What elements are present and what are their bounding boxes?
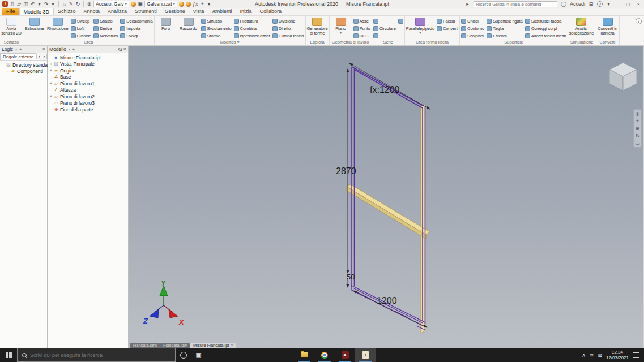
ribbon-collapse-icon[interactable]: ∨ bbox=[636, 18, 642, 24]
minimize-button[interactable]: — bbox=[615, 2, 621, 7]
ribbon-tab-gestione[interactable]: Gestione bbox=[161, 8, 189, 15]
serie-circolare-button[interactable]: Circolare bbox=[373, 25, 396, 32]
tree-item-altezza[interactable]: ∠Altezza bbox=[49, 87, 128, 94]
decalcomania-button[interactable]: Decalcomania bbox=[120, 18, 153, 24]
serie-simmetria-button[interactable] bbox=[398, 18, 404, 24]
svolgi-button[interactable]: Svolgi bbox=[120, 32, 153, 39]
start-button[interactable] bbox=[0, 348, 17, 362]
sostituisci-faccia-button[interactable]: Sostituisci faccia bbox=[524, 18, 567, 24]
expand-icon[interactable]: › bbox=[6, 70, 10, 74]
dim-offset[interactable]: 50 bbox=[347, 273, 355, 281]
ribbon-tab-file[interactable]: File bbox=[2, 8, 19, 15]
appearance-image-icon[interactable]: ▣ bbox=[138, 1, 143, 7]
ribbon-tab-vista[interactable]: Vista bbox=[189, 8, 208, 15]
ribbon-tab-analizza[interactable]: Analizza bbox=[104, 8, 131, 15]
appearance-ball-icon[interactable] bbox=[186, 2, 191, 7]
open-icon[interactable]: ▱ bbox=[16, 1, 22, 7]
scolpisci-button[interactable]: Scolpisci bbox=[460, 32, 485, 39]
doc-tab-fiancata-idw[interactable]: Fiancata.idw bbox=[160, 343, 190, 348]
wheel-icon[interactable]: ◎ bbox=[636, 111, 640, 117]
plus-icon[interactable]: + bbox=[200, 1, 205, 7]
doc-tab-misure-fiancata-ipt[interactable]: Misure Fiancata.ipt× bbox=[190, 343, 236, 348]
diretto-button[interactable]: Diretto bbox=[272, 25, 305, 32]
home-icon[interactable]: ⌂ bbox=[62, 1, 67, 7]
tree-item-componenti[interactable]: ›▰Componenti bbox=[1, 68, 47, 75]
taskbar-search[interactable] bbox=[17, 348, 176, 362]
new-document-icon[interactable]: ▯ bbox=[10, 1, 15, 7]
svuotamento-button[interactable]: Svuotamento bbox=[201, 25, 232, 32]
chevron-down-icon[interactable]: ▾ bbox=[207, 1, 212, 7]
tree-item-base[interactable]: ∠Base bbox=[49, 74, 128, 81]
ilogic-close-icon[interactable]: × bbox=[15, 47, 18, 52]
ribbon-tab-ambienti[interactable]: Ambienti bbox=[208, 8, 236, 15]
material-select[interactable]: Acciaio, Galv▾ bbox=[93, 1, 129, 7]
tree-item-directory-standard[interactable]: ▤Directory standard bbox=[1, 62, 47, 68]
look-icon[interactable]: ▭ bbox=[635, 140, 640, 146]
update-icon[interactable]: ↻ bbox=[75, 1, 80, 7]
tree-item-piano-di-lavoro2[interactable]: +▱Piano di lavoro2 bbox=[49, 93, 128, 100]
generatore-di-forme-button[interactable]: Generatoredi forme bbox=[306, 16, 329, 39]
estrusione-button[interactable]: Estrusione bbox=[24, 16, 45, 39]
importa-button[interactable]: Importa bbox=[120, 25, 153, 32]
save-icon[interactable]: ◫ bbox=[23, 1, 28, 7]
elimina-faccia-button[interactable]: Elimina faccia bbox=[272, 32, 305, 39]
ispessisci-offset-button[interactable]: Ispessisci/ offset bbox=[233, 32, 271, 39]
serie-rettangolare-button[interactable] bbox=[373, 18, 396, 24]
taskbar-app-inventor[interactable]: I bbox=[355, 348, 376, 362]
zoom-icon[interactable]: ⊕ bbox=[636, 126, 640, 131]
model-canvas[interactable]: fx:1200 2870 50 1200 Y Z X bbox=[129, 46, 643, 348]
expand-help-icon[interactable]: ▸ bbox=[465, 1, 470, 7]
foro-button[interactable]: Foro bbox=[155, 16, 177, 39]
expand-icon[interactable]: + bbox=[49, 62, 53, 66]
task-view-button[interactable]: ▣ bbox=[191, 348, 206, 362]
chevron-down-icon[interactable]: ▾ bbox=[37, 1, 42, 7]
ribbon-tab-schizzo[interactable]: Schizzo bbox=[54, 8, 80, 15]
ribbon-tab-collabora[interactable]: Collabora bbox=[256, 8, 286, 15]
sign-in-button[interactable]: Accedi bbox=[570, 1, 585, 7]
dim-width-bottom[interactable]: 1200 bbox=[377, 296, 397, 305]
adatta-faccia-mesh-button[interactable]: Adatta faccia mesh bbox=[524, 32, 567, 39]
faccia-button[interactable]: Faccia bbox=[436, 18, 459, 24]
expand-icon[interactable]: + bbox=[49, 81, 53, 85]
tree-item-fine-della-parte[interactable]: ⊖Fine della parte bbox=[49, 106, 128, 113]
restore-button[interactable]: ▢ bbox=[625, 2, 632, 7]
close-button[interactable]: × bbox=[635, 2, 642, 7]
purple-bottom-channel[interactable] bbox=[352, 286, 425, 330]
notification-icon[interactable] bbox=[633, 352, 639, 358]
filettatura-button[interactable]: Filettatura bbox=[233, 18, 271, 24]
model-menu-icon[interactable]: ≡ bbox=[123, 47, 126, 52]
sformo-button[interactable]: Sformo bbox=[201, 32, 232, 39]
view-cube[interactable] bbox=[609, 63, 637, 90]
help-chevron-icon[interactable]: ▾ bbox=[606, 1, 611, 7]
sweep-button[interactable]: Sweep bbox=[70, 18, 92, 24]
model-close-icon[interactable]: × bbox=[68, 47, 71, 52]
unisci-button[interactable]: Unisci bbox=[460, 18, 485, 24]
expand-icon[interactable]: + bbox=[49, 68, 53, 72]
undo-icon[interactable]: ↶ bbox=[30, 1, 35, 7]
parallelepipedo-button[interactable]: Parallelepipedo▼ bbox=[406, 16, 435, 39]
redo-icon[interactable]: ↷ bbox=[44, 1, 49, 7]
dim-height[interactable]: 2870 bbox=[336, 166, 356, 176]
taskbar-app-autocad[interactable]: A bbox=[335, 348, 355, 362]
converti-in-lamiera-button[interactable]: Converti inlamiera bbox=[597, 16, 619, 39]
estendi-button[interactable]: Estendi bbox=[486, 32, 523, 39]
appearance-select[interactable]: Galvanizzat▾ bbox=[144, 1, 177, 7]
raccordo-button[interactable]: Raccordo bbox=[178, 16, 199, 39]
correggi-corpi-button[interactable]: Correggi corpi bbox=[524, 25, 567, 32]
avvia-schizzo-2d-button[interactable]: Avviaschizzo 2D bbox=[1, 16, 22, 39]
wifi-icon[interactable]: ≋ bbox=[590, 352, 594, 358]
nervatura-button[interactable]: Nervatura bbox=[93, 32, 118, 39]
fx-icon[interactable]: ƒx bbox=[193, 1, 198, 7]
sbalzo-button[interactable]: Sbalzo bbox=[93, 18, 118, 24]
viewport[interactable]: fx:1200 2870 50 1200 Y Z X bbox=[129, 46, 643, 348]
ribbon-tab-modello-3d[interactable]: Modello 3D bbox=[19, 8, 54, 15]
sketch-icon[interactable]: ✎ bbox=[69, 1, 74, 7]
help-icon[interactable]: ? bbox=[597, 1, 603, 7]
inventor-app-icon[interactable]: I bbox=[2, 1, 8, 7]
material-ball-icon[interactable]: ⊗ bbox=[87, 1, 92, 7]
taskbar-app-chrome[interactable] bbox=[314, 348, 335, 362]
taskbar-search-input[interactable] bbox=[30, 352, 160, 358]
superficie-rigata-button[interactable]: Superficie rigata bbox=[486, 18, 523, 24]
doc-tab-fiancata-iam[interactable]: Fiancata.iam bbox=[130, 343, 160, 348]
group-label-modifica[interactable]: Modifica ▾ bbox=[155, 39, 305, 45]
